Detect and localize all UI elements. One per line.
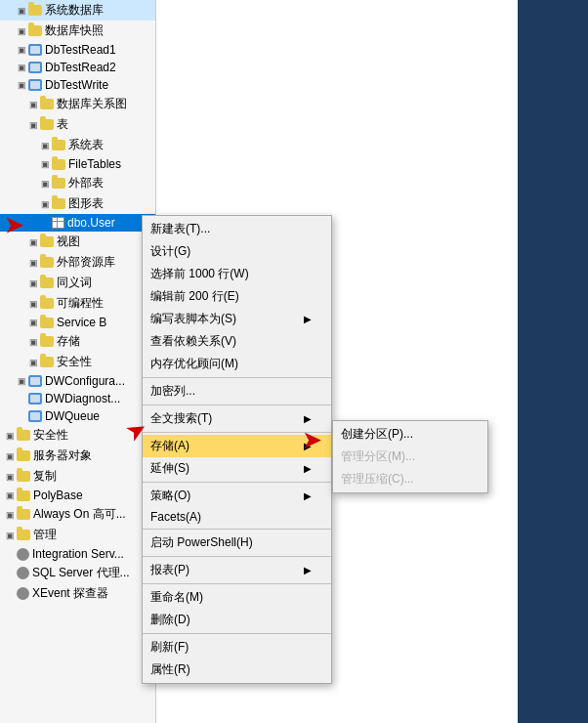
no-expand [4,588,16,600]
tree-item-synonyms[interactable]: ▣同义词 [0,273,155,293]
expand-icon[interactable]: ▣ [27,119,39,131]
tree-item-label: DbTestWrite [45,78,108,92]
tree-item-views[interactable]: ▣视图 [0,232,155,252]
expand-icon[interactable]: ▣ [4,450,16,462]
tree-item-replication[interactable]: ▣复制 [0,466,155,487]
tree-item-server-obj[interactable]: ▣服务器对象 [0,446,155,466]
tree-item-integration[interactable]: Integration Serv... [0,545,155,563]
menu-item-rename[interactable]: 重命名(M) [143,586,331,609]
expand-icon[interactable]: ▣ [16,375,27,387]
menu-item-delete[interactable]: 删除(D) [143,609,331,631]
tree-item-dbtest-read2[interactable]: ▣DbTestRead2 [0,59,155,76]
expand-icon[interactable]: ▣ [4,509,16,521]
tree-item-db-snapshot[interactable]: ▣数据库快照 [0,21,155,41]
menu-item-new-table[interactable]: 新建表(T)... [143,218,331,240]
menu-separator [143,583,331,584]
tree-item-dw-config[interactable]: ▣DWConfigura... [0,372,155,390]
tree-item-service-b[interactable]: ▣Service B [0,314,155,331]
menu-item-memory-opt[interactable]: 内存优化顾问(M) [143,353,331,375]
tree-item-label: Integration Serv... [32,547,124,561]
menu-item-select-1000[interactable]: 选择前 1000 行(W) [143,263,331,285]
tree-item-ext-resources[interactable]: ▣外部资源库 [0,252,155,273]
no-expand [16,393,27,404]
menu-item-fulltext[interactable]: 全文搜索(T)▶ [143,407,331,430]
gear-icon [17,587,29,600]
db-icon [28,375,42,387]
tree-item-dw-diag[interactable]: DWDiagnost... [0,390,155,407]
expand-icon[interactable]: ▣ [27,257,39,269]
expand-icon[interactable]: ▣ [27,357,39,368]
tree-item-label: Service B [57,316,106,329]
menu-item-label: 设计(G) [150,243,190,260]
tree-item-label: dbo.User [67,216,115,230]
folder-icon [28,25,42,36]
menu-item-policy[interactable]: 策略(O)▶ [143,485,331,507]
menu-item-extend[interactable]: 延伸(S)▶ [143,457,331,480]
no-expand [4,548,16,560]
submenu-item-create-partition[interactable]: 创建分区(P)... [333,423,487,446]
menu-item-label: 存储(A) [150,438,189,454]
menu-item-reports[interactable]: 报表(P)▶ [143,559,331,581]
tree-item-label: 可编程性 [57,295,104,312]
expand-icon[interactable]: ▣ [16,62,27,73]
folder-icon [17,530,30,540]
tree-item-xevent[interactable]: XEvent 探查器 [0,583,155,604]
expand-icon[interactable]: ▣ [27,99,39,110]
folder-icon [17,490,30,501]
menu-item-view-depends[interactable]: 查看依赖关系(V) [143,330,331,353]
menu-item-facets[interactable]: Facets(A) [143,507,331,527]
tree-item-dbtest-read1[interactable]: ▣DbTestRead1 [0,41,155,59]
tree-item-sys-db[interactable]: ▣系统数据库 [0,0,155,21]
gear-icon [17,567,29,579]
expand-icon[interactable]: ▣ [4,471,16,483]
tree-item-sql-agent[interactable]: SQL Server 代理... [0,563,155,583]
submenu-arrow-icon: ▶ [304,314,312,324]
menu-item-add-column[interactable]: 加密列... [143,380,331,403]
tree-item-tables[interactable]: ▣表 [0,114,155,135]
tree-item-ext-tables[interactable]: ▣外部表 [0,173,155,193]
menu-separator [143,529,331,530]
expand-icon[interactable]: ▣ [27,236,39,248]
menu-item-properties[interactable]: 属性(R) [143,659,331,681]
expand-icon[interactable]: ▣ [39,198,51,210]
expand-icon[interactable]: ▣ [27,277,39,289]
tree-item-programmability[interactable]: ▣可编程性 [0,293,155,314]
expand-icon[interactable]: ▣ [27,336,39,348]
tree-item-dbo-user[interactable]: dbo.User [0,214,155,232]
expand-icon[interactable]: ▣ [39,140,51,151]
menu-item-refresh[interactable]: 刷新(F) [143,636,331,659]
tree-item-label: 数据库快照 [45,22,104,39]
expand-icon[interactable]: ▣ [16,79,27,91]
menu-item-label: 全文搜索(T) [150,410,212,427]
tree-item-label: DbTestRead1 [45,43,116,57]
expand-icon[interactable]: ▣ [16,5,27,17]
expand-icon[interactable]: ▣ [16,25,27,37]
tree-item-polybase[interactable]: ▣PolyBase [0,487,155,504]
expand-icon[interactable]: ▣ [4,489,16,501]
menu-item-powershell[interactable]: 启动 PowerShell(H) [143,532,331,554]
tree-item-label: 同义词 [57,275,92,291]
expand-icon[interactable]: ▣ [39,158,51,170]
folder-icon [40,298,54,309]
expand-icon[interactable]: ▣ [27,317,39,328]
tree-item-security[interactable]: ▣安全性 [0,352,155,372]
expand-icon[interactable]: ▣ [27,298,39,310]
folder-icon [40,236,54,247]
tree-item-label: 存储 [57,333,80,350]
tree-item-always-on[interactable]: ▣Always On 高可... [0,504,155,525]
menu-item-script-table[interactable]: 编写表脚本为(S)▶ [143,308,331,330]
expand-icon[interactable]: ▣ [16,44,27,56]
expand-icon[interactable]: ▣ [4,430,16,442]
folder-icon [40,318,54,328]
expand-icon[interactable]: ▣ [4,530,16,541]
menu-item-edit-200[interactable]: 编辑前 200 行(E) [143,285,331,308]
tree-item-storage[interactable]: ▣存储 [0,331,155,352]
tree-item-db-relations[interactable]: ▣数据库关系图 [0,94,155,114]
expand-icon[interactable]: ▣ [39,178,51,190]
tree-item-file-tables[interactable]: ▣FileTables [0,155,155,173]
tree-item-management[interactable]: ▣管理 [0,525,155,545]
menu-item-design[interactable]: 设计(G) [143,240,331,263]
tree-item-graph-tables[interactable]: ▣图形表 [0,193,155,214]
tree-item-dbtest-write[interactable]: ▣DbTestWrite [0,76,155,94]
tree-item-sys-tables[interactable]: ▣系统表 [0,135,155,155]
